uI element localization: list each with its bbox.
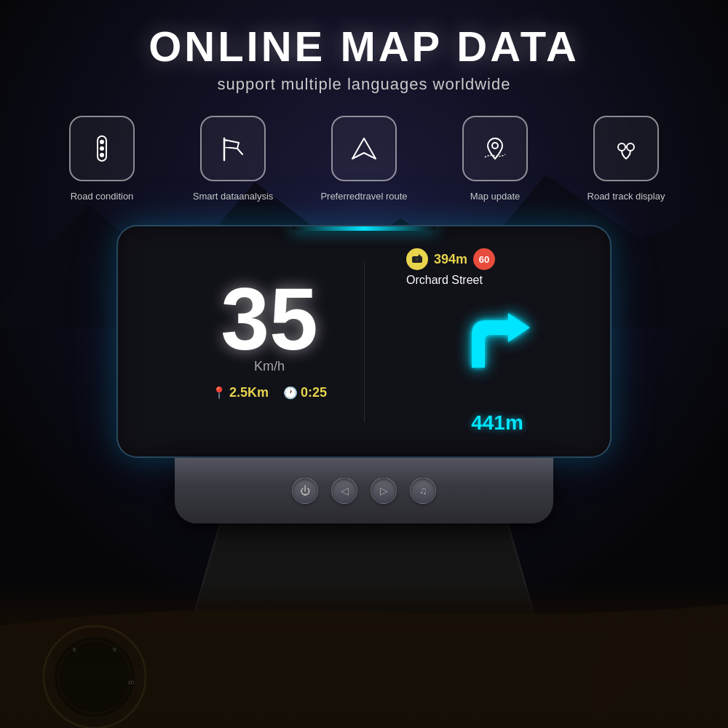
location-pin-icon: 📍 — [212, 386, 226, 400]
svg-line-10 — [237, 149, 242, 154]
flag-icon — [217, 132, 249, 165]
feature-smart-data: Smart dataanalysis — [178, 116, 288, 203]
speed-limit-badge: 60 — [473, 248, 495, 270]
screen-glow — [291, 226, 437, 231]
feature-road-condition: Road condition — [47, 116, 157, 203]
svg-point-8 — [100, 153, 104, 157]
page-wrapper: ONLINE MAP DATA support multiple languag… — [0, 0, 728, 728]
dashboard-bottom: 8 9 10 — [0, 582, 728, 728]
svg-point-21 — [55, 637, 135, 717]
map-pin-icon — [479, 132, 511, 165]
menu-button[interactable]: ♫ — [410, 478, 436, 504]
svg-marker-18 — [418, 254, 421, 256]
feature-icon-road-track — [593, 116, 659, 181]
turn-arrow-right — [457, 309, 537, 393]
nav-distance: 441m — [406, 411, 588, 435]
hud-section: 35 Km/h 📍 2.5Km 🕐 0:25 — [0, 225, 728, 523]
speed-value: 35 — [221, 275, 317, 363]
screen-content: 35 Km/h 📍 2.5Km 🕐 0:25 — [118, 226, 610, 456]
feature-label-map-update: Map update — [470, 190, 521, 203]
feature-icon-map-update — [462, 116, 528, 181]
svg-text:9: 9 — [113, 646, 116, 653]
dashboard-svg: 8 9 10 — [0, 582, 728, 728]
speed-unit: Km/h — [254, 359, 285, 374]
forward-button[interactable]: ▷ — [371, 478, 397, 504]
back-button[interactable]: ◁ — [331, 478, 357, 504]
feature-icon-road-condition — [69, 116, 135, 181]
power-button[interactable]: ⏻ — [292, 478, 318, 504]
navigation-icon — [348, 132, 380, 165]
nav-top-row: 394m 60 — [406, 248, 588, 270]
feature-icon-smart-data — [200, 116, 266, 181]
camera-distance: 394m — [434, 252, 467, 267]
svg-marker-11 — [352, 138, 376, 159]
svg-point-13 — [618, 143, 625, 151]
camera-icon — [411, 253, 423, 265]
camera-badge — [406, 248, 428, 270]
header-section: ONLINE MAP DATA support multiple languag… — [0, 0, 728, 94]
speed-info-row: 📍 2.5Km 🕐 0:25 — [212, 385, 327, 400]
hud-screen: 35 Km/h 📍 2.5Km 🕐 0:25 — [116, 225, 612, 458]
nav-panel: 394m 60 Orchard Street — [399, 241, 588, 442]
feature-icon-travel-route — [331, 116, 397, 181]
feature-label-road-track: Road track display — [587, 190, 665, 203]
distance-to-dest: 📍 2.5Km — [212, 385, 269, 400]
main-title: ONLINE MAP DATA — [0, 22, 728, 71]
screen-divider — [364, 261, 365, 422]
svg-point-17 — [416, 258, 419, 261]
svg-point-6 — [100, 140, 104, 144]
street-name: Orchard Street — [406, 274, 588, 287]
feature-label-smart-data: Smart dataanalysis — [193, 190, 274, 203]
speed-panel: 35 Km/h 📍 2.5Km 🕐 0:25 — [140, 241, 399, 442]
feature-label-road-condition: Road condition — [71, 190, 134, 203]
svg-point-14 — [627, 143, 634, 151]
svg-text:10: 10 — [127, 679, 134, 686]
feature-map-update: Map update — [440, 116, 550, 203]
clock-icon: 🕐 — [283, 386, 298, 400]
turn-arrow-wrapper — [406, 290, 588, 411]
feature-travel-route: Preferredtravel route — [309, 116, 419, 203]
right-turn-arrow-svg — [457, 309, 537, 382]
time-remaining: 🕐 0:25 — [283, 385, 327, 400]
feature-label-travel-route: Preferredtravel route — [320, 190, 407, 203]
svg-point-7 — [100, 146, 104, 151]
hud-device-body: ⏻ ◁ ▷ ♫ — [175, 458, 553, 523]
location-track-icon — [610, 132, 642, 165]
feature-road-track: Road track display — [571, 116, 681, 203]
svg-point-12 — [492, 143, 498, 149]
traffic-light-icon — [86, 132, 118, 165]
hud-screen-wrapper: 35 Km/h 📍 2.5Km 🕐 0:25 — [116, 225, 612, 458]
subtitle: support multiple languages worldwide — [0, 75, 728, 94]
svg-text:8: 8 — [73, 646, 76, 653]
features-row: Road condition Smart dataanalysis Prefer… — [0, 94, 728, 218]
